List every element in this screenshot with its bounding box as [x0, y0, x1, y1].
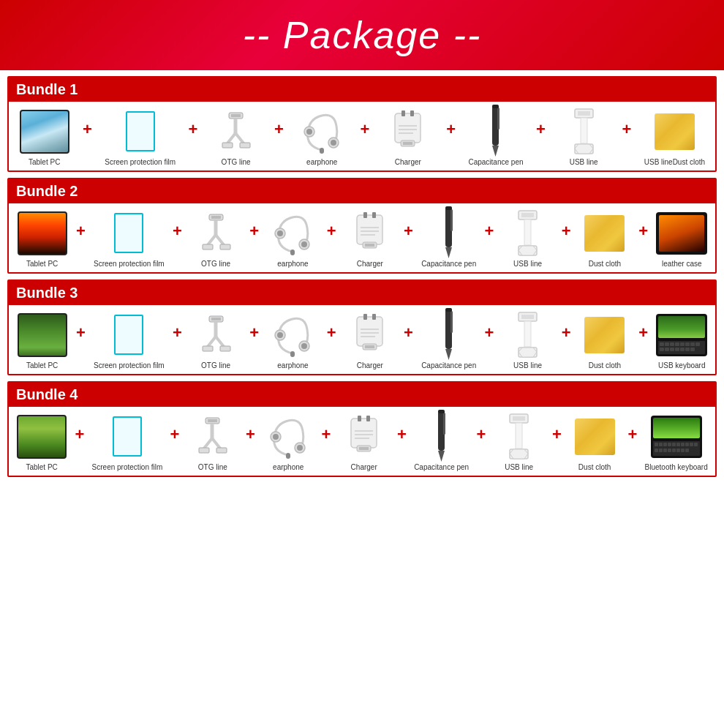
item-label: OTG line: [201, 361, 230, 369]
bundle-item: Capacitance pen: [421, 209, 476, 268]
bundle-item: earphone: [267, 209, 318, 268]
plus-separator: +: [170, 425, 180, 444]
cap-pen-image: [416, 413, 467, 460]
item-label: Screen protection film: [94, 260, 165, 268]
svg-rect-54: [524, 219, 531, 245]
bundle-item: Tablet PC: [19, 108, 70, 166]
otg-image: [211, 108, 262, 155]
svg-rect-109: [513, 416, 525, 421]
earphone-image: [296, 108, 347, 155]
plus-separator: +: [327, 222, 336, 241]
svg-point-94: [297, 445, 303, 451]
svg-rect-11: [320, 148, 324, 154]
charger-image: [344, 311, 396, 359]
svg-rect-97: [358, 416, 361, 421]
plus-separator: +: [562, 323, 571, 342]
svg-rect-25: [578, 111, 590, 116]
earphone-image: [267, 311, 318, 359]
plus-separator: +: [536, 120, 546, 139]
bundle-item: Capacitance pen: [414, 413, 469, 471]
bundle-item: Screen protection film: [105, 108, 176, 166]
svg-point-38: [301, 241, 307, 247]
tablet-b3-image: [17, 311, 68, 359]
bundle-item: Charger: [344, 311, 396, 369]
svg-rect-40: [357, 215, 382, 244]
svg-rect-33: [203, 244, 213, 249]
cap-pen-image: [423, 209, 475, 257]
item-label: Charger: [395, 158, 421, 166]
tablet-b1-image: [19, 108, 70, 155]
screen-film-image: [103, 311, 154, 359]
plus-separator: +: [76, 323, 86, 342]
item-label: Tablet PC: [26, 260, 58, 268]
bundle-item: USB keyboard: [656, 311, 707, 369]
item-label: leather case: [662, 260, 701, 268]
otg-image: [190, 209, 241, 257]
plus-separator: +: [476, 425, 486, 444]
svg-point-64: [277, 332, 283, 338]
svg-marker-49: [445, 247, 452, 258]
plus-separator: +: [638, 222, 648, 241]
bundle-item: OTG line: [187, 413, 238, 471]
bundle1: Bundle 1Tablet PC+Screen protection film…: [7, 76, 717, 172]
item-label: earphone: [277, 260, 308, 268]
svg-rect-23: [492, 105, 499, 108]
item-label: Capacitance pen: [421, 361, 476, 369]
bundle-item: USB lineDust cloth: [644, 108, 705, 166]
bt-keyboard-image: [651, 413, 702, 460]
cap-pen-image: [470, 108, 521, 155]
plus-separator: +: [188, 120, 197, 139]
plus-separator: +: [246, 425, 255, 444]
svg-point-66: [301, 343, 307, 349]
bundle3-items: Tablet PC+Screen protection film+ OTG li…: [9, 305, 715, 374]
item-label: earphone: [273, 463, 303, 471]
svg-rect-41: [363, 212, 367, 218]
bundle1-header: Bundle 1: [9, 78, 715, 102]
bundle-item: USB line: [558, 108, 609, 166]
item-label: USB line: [505, 463, 533, 471]
item-label: Capacitance pen: [414, 463, 469, 471]
bundle-item: Screen protection film: [94, 311, 165, 369]
item-label: OTG line: [198, 463, 227, 471]
svg-point-92: [273, 434, 279, 440]
otg-image: [187, 413, 238, 460]
svg-rect-95: [286, 453, 290, 459]
bundle-item: Screen protection film: [92, 413, 163, 471]
item-label: Capacitance pen: [421, 260, 476, 268]
svg-rect-5: [222, 143, 233, 148]
plus-separator: +: [249, 222, 259, 241]
bundles-container: Bundle 1Tablet PC+Screen protection film…: [0, 70, 724, 489]
screen-film-image: [115, 108, 166, 155]
bundle3-label: Bundle 3: [16, 285, 78, 301]
item-label: Dust cloth: [589, 361, 621, 369]
item-label: Charger: [357, 260, 383, 268]
bundle-item: leather case: [656, 209, 707, 268]
bundle-item: Charger: [339, 413, 390, 471]
svg-rect-89: [199, 448, 209, 453]
dust-cloth-image: [649, 108, 700, 155]
otg-image: [190, 311, 241, 359]
earphone-image: [267, 209, 318, 257]
svg-rect-51: [445, 206, 452, 210]
item-label: Screen protection film: [105, 158, 176, 166]
usb-keyboard-image: [656, 311, 707, 359]
svg-rect-34: [220, 244, 230, 249]
charger-image: [344, 209, 396, 257]
plus-separator: +: [552, 425, 562, 444]
earphone-image: [263, 413, 314, 460]
bundle-item: USB line: [494, 413, 545, 471]
tablet-b2-image: [17, 209, 68, 257]
item-label: earphone: [277, 361, 308, 369]
svg-rect-110: [516, 423, 522, 449]
plus-separator: +: [274, 120, 284, 139]
svg-rect-1: [231, 114, 241, 117]
header: -- Package --: [0, 0, 724, 70]
svg-rect-78: [450, 311, 453, 333]
svg-rect-50: [450, 209, 453, 231]
plus-separator: +: [562, 222, 571, 241]
dust-cloth-image: [579, 209, 630, 257]
bundle-item: Capacitance pen: [468, 108, 523, 166]
bundle-item: earphone: [267, 311, 318, 369]
bundle-item: USB line: [502, 209, 554, 268]
item-label: USB line: [570, 158, 598, 166]
